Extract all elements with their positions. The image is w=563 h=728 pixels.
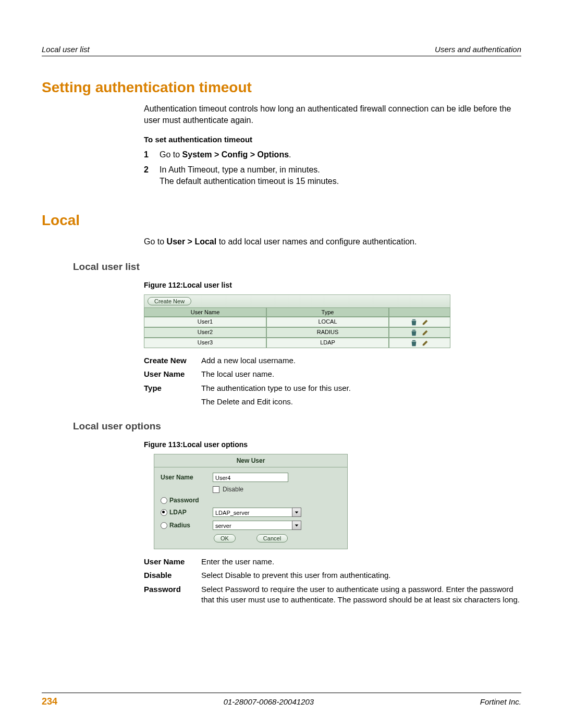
disable-label: Disable	[223, 486, 243, 493]
subheading-local-user-options: Local user options	[73, 421, 521, 432]
step-text: In Auth Timeout, type a number, in minut…	[160, 164, 521, 188]
edit-icon[interactable]	[422, 318, 429, 326]
desc-label	[144, 397, 201, 407]
username-label: User Name	[161, 474, 213, 481]
fig112-header-row: User Name Type	[144, 307, 450, 317]
fig113-description: User NameEnter the user name. DisableSel…	[144, 557, 521, 605]
page-footer: 234 01-28007-0068-20041203 Fortinet Inc.	[42, 693, 521, 707]
fig112-body: User1 LOCAL User2 RADIUS User3 LDAP	[144, 317, 450, 348]
header-right: Users and authentication	[435, 45, 521, 54]
company-name: Fortinet Inc.	[480, 697, 521, 706]
auth-timeout-subhead: To set authentication timeout	[144, 135, 521, 144]
auth-timeout-intro: Authentication timeout controls how long…	[144, 103, 521, 126]
disable-checkbox[interactable]	[213, 486, 219, 493]
section-title-local: Local	[42, 212, 521, 229]
ok-button[interactable]: OK	[214, 534, 236, 542]
step-2: 2 In Auth Timeout, type a number, in min…	[144, 164, 521, 188]
cell-actions	[389, 317, 450, 327]
step-1: 1 Go to System > Config > Options.	[144, 149, 521, 161]
fig112-toolbar: Create New	[144, 294, 450, 307]
username-input[interactable]: User4	[213, 473, 288, 482]
radius-select-value: server	[213, 521, 292, 530]
subheading-local-user-list: Local user list	[73, 261, 521, 273]
col-header-username: User Name	[144, 307, 266, 317]
chevron-down-icon[interactable]	[292, 521, 301, 530]
ldap-radio-row: LDAP	[161, 509, 213, 516]
radius-radio-row: Radius	[161, 522, 213, 529]
password-radio[interactable]	[161, 497, 167, 504]
chevron-down-icon[interactable]	[292, 508, 301, 517]
desc-label: Type	[144, 383, 201, 393]
create-new-button[interactable]: Create New	[148, 297, 191, 305]
desc-text: Select Disable to prevent this user from…	[201, 570, 521, 581]
desc-label: Create New	[144, 355, 201, 366]
table-row: User1 LOCAL	[144, 317, 450, 327]
col-header-type: Type	[266, 307, 389, 317]
edit-icon[interactable]	[422, 339, 429, 347]
fig112-description: Create NewAdd a new local username. User…	[144, 355, 521, 407]
cell-actions	[389, 338, 450, 348]
desc-label: User Name	[144, 369, 201, 379]
ldap-radio[interactable]	[161, 509, 167, 516]
radius-select[interactable]: server	[213, 521, 301, 530]
cell-type: RADIUS	[266, 327, 389, 338]
trash-icon[interactable]	[410, 318, 418, 326]
figure-112-caption: Figure 112:Local user list	[144, 281, 521, 289]
cancel-button[interactable]: Cancel	[256, 534, 288, 542]
table-row: User3 LDAP	[144, 338, 450, 348]
panel-title: New User	[154, 454, 347, 467]
cell-type: LDAP	[266, 338, 389, 348]
radius-radio[interactable]	[161, 522, 167, 529]
figure-112-table: Create New User Name Type User1 LOCAL Us…	[144, 294, 450, 348]
ldap-select[interactable]: LDAP_server	[213, 508, 301, 517]
radius-label: Radius	[169, 522, 190, 529]
desc-text: The Delete and Edit icons.	[201, 397, 521, 407]
page-header: Local user list Users and authentication	[42, 45, 521, 56]
desc-text: The authentication type to use for this …	[201, 383, 521, 393]
page-number: 234	[42, 696, 57, 707]
desc-text: Enter the user name.	[201, 557, 521, 567]
local-intro: Go to User > Local to add local user nam…	[144, 236, 521, 248]
step-text: Go to System > Config > Options.	[160, 149, 521, 161]
desc-text: Add a new local username.	[201, 355, 521, 366]
cell-username: User1	[144, 317, 266, 327]
header-left: Local user list	[42, 45, 90, 54]
section-title-auth-timeout: Setting authentication timeout	[42, 79, 521, 96]
desc-label: Disable	[144, 570, 201, 581]
cell-type: LOCAL	[266, 317, 389, 327]
cell-username: User2	[144, 327, 266, 338]
desc-text: The local user name.	[201, 369, 521, 379]
cell-actions	[389, 327, 450, 338]
ldap-select-value: LDAP_server	[213, 508, 292, 517]
trash-icon[interactable]	[410, 339, 418, 347]
table-row: User2 RADIUS	[144, 327, 450, 338]
auth-timeout-steps: 1 Go to System > Config > Options. 2 In …	[144, 149, 521, 187]
desc-text: Select Password to require the user to a…	[201, 584, 521, 606]
trash-icon[interactable]	[410, 329, 418, 336]
cell-username: User3	[144, 338, 266, 348]
desc-label: User Name	[144, 557, 201, 567]
ldap-label: LDAP	[169, 509, 187, 516]
step-number: 2	[144, 164, 160, 188]
password-radio-row: Password	[161, 497, 213, 504]
password-label: Password	[169, 497, 199, 504]
figure-113-caption: Figure 113:Local user options	[144, 440, 521, 449]
desc-label: Password	[144, 584, 201, 606]
step-number: 1	[144, 149, 160, 161]
figure-113-panel: New User User Name User4 Disable Passwor…	[154, 454, 348, 549]
col-header-actions	[389, 307, 450, 317]
document-id: 01-28007-0068-20041203	[224, 697, 314, 706]
edit-icon[interactable]	[422, 329, 429, 336]
